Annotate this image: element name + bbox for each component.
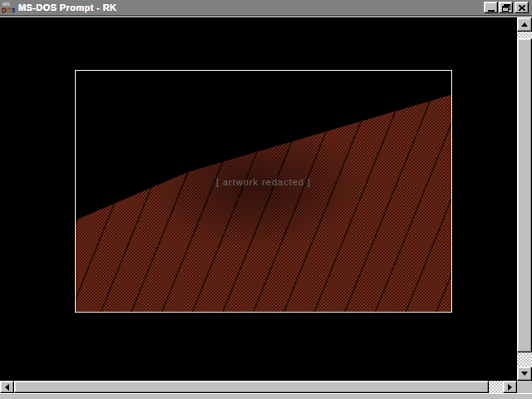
close-icon <box>519 5 525 11</box>
horizontal-scrollbar[interactable] <box>0 381 517 393</box>
right-arrow-icon <box>508 384 512 391</box>
close-button[interactable] <box>515 2 529 13</box>
restore-icon <box>502 4 510 12</box>
minimize-button[interactable] <box>484 2 498 13</box>
artwork-redacted-label: [ artwork redacted ] <box>76 177 451 187</box>
down-arrow-icon <box>521 372 528 376</box>
window-bottom-edge <box>0 393 532 399</box>
titlebar: MS D O S MS-DOS Prompt - RK <box>0 0 532 15</box>
left-arrow-icon <box>5 384 9 391</box>
vertical-scrollbar[interactable] <box>517 17 532 381</box>
msdos-icon[interactable]: MS D O S <box>2 1 15 14</box>
msdos-prompt-window: MS D O S MS-DOS Prompt - RK <box>0 0 532 399</box>
up-arrow-icon <box>521 22 528 27</box>
minimize-icon <box>488 10 495 12</box>
scroll-right-button[interactable] <box>503 381 517 393</box>
scroll-left-button[interactable] <box>0 381 14 393</box>
artwork-frame: [ artwork redacted ] <box>75 70 452 313</box>
scroll-down-button[interactable] <box>517 367 532 381</box>
scrollbar-corner <box>517 381 532 393</box>
scroll-up-button[interactable] <box>517 17 532 32</box>
svg-text:S: S <box>12 7 15 14</box>
horizontal-scrollbar-thumb[interactable] <box>14 381 489 393</box>
window-title: MS-DOS Prompt - RK <box>18 2 116 12</box>
dos-client-area: [ artwork redacted ] <box>0 17 517 381</box>
restore-button[interactable] <box>499 2 513 13</box>
vertical-scrollbar-thumb[interactable] <box>517 38 532 352</box>
